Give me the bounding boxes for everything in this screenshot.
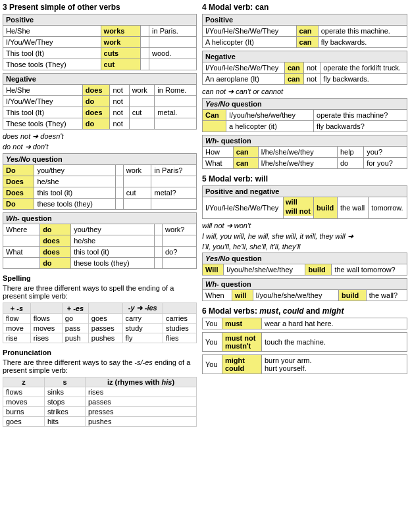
table-row: You must notmustn't touch the machine.: [203, 333, 407, 352]
table-row: riserises pushpushes flyflies: [3, 333, 197, 343]
table-row: This tool (It) does not cut metal.: [3, 107, 197, 118]
table-row: does he/she: [3, 235, 197, 247]
table-row: You mightcould burn your arm.hurt yourse…: [203, 355, 407, 374]
table-row: movemoves passpasses studystudies: [3, 324, 197, 333]
modal6-table-might: You mightcould burn your arm.hurt yourse…: [202, 354, 407, 374]
spelling-table: + -s + -es -y ➜ -ies flowflows gogoes ca…: [3, 302, 197, 343]
table-row: Does this tool (it) cut metal?: [3, 187, 197, 199]
modal6-table-must: You must wear a hard hat here.: [202, 318, 407, 329]
note-doesnt: does not ➜ doesn't: [3, 132, 197, 141]
table-row: When will I/you/he/she/we/they build the…: [203, 290, 407, 301]
note-dont: do not ➜ don't: [3, 143, 197, 151]
yn5-header: Yes/No question: [203, 253, 407, 264]
note-will-list: I will, you will, he will, she will, it …: [202, 232, 407, 241]
table-row: do these tools (they): [3, 258, 197, 269]
negative-table-4: Negative I/You/He/She/We/They can not op…: [202, 51, 407, 85]
pronunciation-text: There are three different ways to say th…: [3, 358, 197, 374]
wh-table-4: Wh- question How can I/he/she/we/they he…: [202, 135, 407, 169]
section6-title: 6 Modal verbs: must, could and might: [202, 306, 407, 316]
table-row: He/She does not work in Rome.: [3, 85, 197, 96]
yn-table-5: Yes/No question Will I/you/he/she/we/the…: [202, 253, 407, 276]
yn-table-4: Yes/No question Can I/you/he/she/we/they…: [202, 98, 407, 132]
modal6-table-mustnot: You must notmustn't touch the machine.: [202, 332, 407, 352]
wh-table-3: Wh- question Where do you/they work? doe…: [3, 212, 197, 269]
pos4-header: Positive: [203, 14, 407, 26]
table-row: Can I/you/he/she/we/they operate this ma…: [203, 110, 407, 121]
wh5-header: Wh- question: [203, 279, 407, 290]
wh4-header: Wh- question: [203, 135, 407, 147]
pronunciation-title: Pronunciation: [3, 349, 197, 356]
spelling-text: There are three different ways to spell …: [3, 284, 197, 300]
negative-header: Negative: [3, 74, 197, 85]
table-row: Does he/she: [3, 176, 197, 187]
table-row: Will I/you/he/she/we/they build the wall…: [203, 264, 407, 276]
positive-header: Positive: [3, 14, 197, 26]
pos5-header: Positive and negative: [203, 186, 407, 197]
table-row: I/You/We/They work: [3, 37, 197, 48]
table-row: What does this tool (it) do?: [3, 247, 197, 258]
spelling-title: Spelling: [3, 274, 197, 282]
wh-header-3: Wh- question: [3, 213, 197, 224]
pronunciation-table: z s iz (rhymes with his) flowssinksrises…: [3, 377, 197, 427]
positive-table-3: Positive He/She works in Paris. I/You/We…: [3, 14, 197, 70]
yn-table-3: Yes/No question Do you/they work in Pari…: [3, 153, 197, 210]
wh-table-5: Wh- question When will I/you/he/she/we/t…: [202, 278, 407, 301]
negative-table-3: Negative He/She does not work in Rome. I…: [3, 73, 197, 130]
yn-header-3: Yes/No question: [3, 154, 197, 165]
table-row: I/You/We/They do not: [3, 96, 197, 107]
table-row: I/You/He/She/We/They will will not build…: [203, 197, 407, 219]
table-row: Do you/they work in Paris?: [3, 165, 197, 176]
pos5-table: Positive and negative I/You/He/She/We/Th…: [202, 185, 407, 219]
table-row: flowflows gogoes carrycarries: [3, 314, 197, 324]
table-row: Do these tools (they): [3, 199, 197, 210]
yn4-header: Yes/No question: [203, 99, 407, 110]
table-row: What can I/he/she/we/they do for you?: [203, 158, 407, 169]
section4-title: 4 Modal verb: can: [202, 3, 407, 12]
table-row: This tool (It) cuts wood.: [3, 48, 197, 59]
table-row: burnsstrikespresses: [3, 407, 197, 417]
table-row: You must wear a hard hat here.: [203, 318, 407, 329]
table-row: A helicopter (It) can fly backwards.: [203, 37, 407, 48]
table-row: I/You/He/She/We/They can not operate the…: [203, 62, 407, 74]
note-cannot: can not ➜ can't or cannot: [202, 87, 407, 96]
note-contractions: I'll, you'll, he'll, she'll, it'll, they…: [202, 243, 407, 251]
table-row: flowssinksrises: [3, 387, 197, 397]
table-row: How can I/he/she/we/they help you?: [203, 147, 407, 158]
table-row: He/She works in Paris.: [3, 26, 197, 37]
table-row: a helicopter (it) fly backwards?: [203, 121, 407, 132]
table-row: These tools (They) do not: [3, 118, 197, 130]
section3-title: 3 Present simple of other verbs: [3, 3, 197, 12]
table-row: I/You/He/She/We/They can operate this ma…: [203, 26, 407, 37]
table-row: Where do you/they work?: [3, 224, 197, 235]
note-wont: will not ➜ won't: [202, 222, 407, 230]
table-row: goeshitspushes: [3, 417, 197, 427]
neg4-header: Negative: [203, 51, 407, 62]
table-row: An aeroplane (It) can not fly backwards.: [203, 74, 407, 85]
positive-table-4: Positive I/You/He/She/We/They can operat…: [202, 14, 407, 48]
section5-title: 5 Modal verb: will: [202, 174, 407, 183]
table-row: Those tools (They) cut: [3, 59, 197, 70]
table-row: movesstopspasses: [3, 397, 197, 407]
